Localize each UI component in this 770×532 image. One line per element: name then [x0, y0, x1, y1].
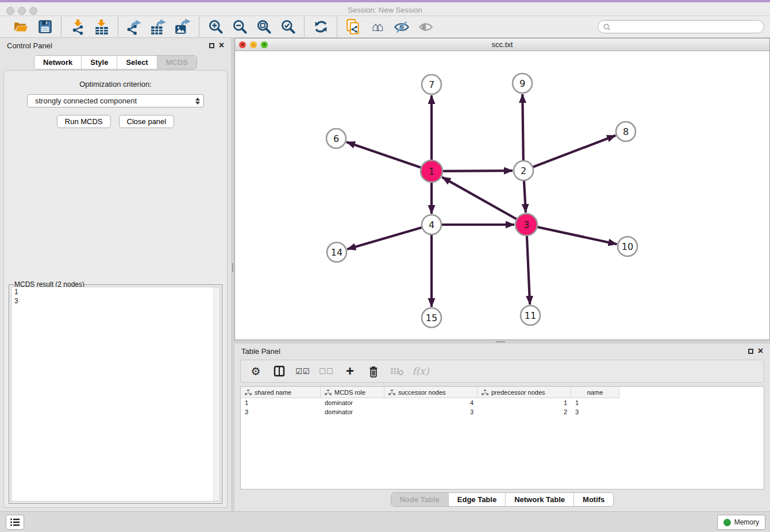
tab-edge-table[interactable]: Edge Table: [449, 493, 506, 506]
tab-mcds[interactable]: MCDS: [157, 56, 197, 69]
cell-name[interactable]: 3: [571, 408, 619, 415]
tab-style[interactable]: Style: [82, 56, 117, 69]
search-input[interactable]: [611, 23, 759, 31]
network-window-title: scc.txt: [492, 40, 513, 49]
graph-node-label: 9: [519, 78, 525, 89]
import-network-icon[interactable]: [68, 18, 87, 36]
memory-button[interactable]: Memory: [717, 515, 765, 530]
net-close-icon[interactable]: ✕: [239, 41, 246, 48]
table-row[interactable]: 1 dominator 4 1 1: [241, 398, 764, 407]
graph-node-label: 10: [622, 241, 633, 252]
table-toolbar: ⚙ ☑☑ ☐☐ + f(x): [240, 360, 764, 383]
close-panel-icon[interactable]: ×: [219, 43, 224, 48]
table-row[interactable]: 3 dominator 3 2 3: [241, 407, 764, 417]
table-header: shared name MCDS role successor nodes pr…: [241, 387, 764, 398]
graph-edge-1-6[interactable]: [346, 142, 432, 171]
add-column-icon[interactable]: +: [343, 364, 357, 378]
table-panel-title: Table Panel: [241, 347, 280, 356]
network-canvas[interactable]: 7968124314101511: [235, 51, 769, 340]
zoom-selected-icon[interactable]: [279, 18, 297, 36]
trash-icon[interactable]: [367, 364, 380, 378]
zoom-in-icon[interactable]: [206, 18, 225, 36]
close-table-panel-icon[interactable]: ×: [758, 348, 763, 354]
tab-network[interactable]: Network: [34, 56, 82, 69]
cell-name[interactable]: 1: [571, 399, 619, 406]
control-panel-tabs: Network Style Select MCDS: [34, 55, 197, 70]
net-zoom-icon[interactable]: +: [261, 41, 268, 48]
graph-node-label: 6: [333, 133, 339, 144]
graph-edge-3-10[interactable]: [526, 225, 617, 244]
hide-eye-icon[interactable]: [392, 18, 411, 36]
cell-shared-name[interactable]: 1: [241, 399, 321, 406]
task-history-button[interactable]: [6, 515, 24, 530]
split-view-icon[interactable]: [272, 364, 286, 378]
search-box[interactable]: [598, 20, 764, 33]
graph-node-label: 7: [429, 79, 434, 90]
cell-mcds-role[interactable]: dominator: [321, 408, 384, 415]
tab-select[interactable]: Select: [117, 56, 157, 69]
float-table-panel-icon[interactable]: [748, 349, 753, 354]
graph-node-label: 11: [525, 310, 536, 321]
import-table-icon[interactable]: [93, 18, 111, 36]
app-title: Session: New Session: [0, 6, 770, 14]
zoom-out-icon[interactable]: [230, 18, 249, 36]
optimization-criterion-label: Optimization criterion:: [4, 80, 227, 88]
show-eye-icon[interactable]: [417, 18, 435, 36]
column-header-predecessor-nodes[interactable]: predecessor nodes: [478, 387, 571, 398]
graph-edge-4-14[interactable]: [347, 225, 432, 249]
network-window-titlebar[interactable]: ✕ – + scc.txt: [235, 38, 769, 51]
column-header-successor-nodes[interactable]: successor nodes: [384, 387, 478, 398]
export-image-icon[interactable]: [174, 18, 192, 36]
float-panel-icon[interactable]: [209, 43, 214, 48]
tab-motifs[interactable]: Motifs: [574, 493, 613, 506]
open-session-icon[interactable]: [11, 18, 30, 36]
cell-predecessor-nodes[interactable]: 2: [478, 408, 571, 415]
memory-status-icon: [723, 519, 731, 526]
graph-node-label: 2: [521, 165, 526, 176]
graph-edge-3-1[interactable]: [442, 177, 526, 225]
save-session-icon[interactable]: [36, 18, 54, 36]
graph-edge-1-2[interactable]: [432, 171, 513, 171]
deselect-all-checkboxes-icon[interactable]: ☐☐: [319, 364, 333, 378]
tab-network-table[interactable]: Network Table: [506, 493, 574, 506]
cell-successor-nodes[interactable]: 4: [384, 399, 478, 406]
column-header-name[interactable]: name: [571, 387, 619, 398]
network-graph[interactable]: 7968124314101511: [235, 51, 769, 340]
tab-node-table[interactable]: Node Table: [391, 493, 449, 506]
column-header-mcds-role[interactable]: MCDS role: [321, 387, 384, 398]
run-mcds-button[interactable]: Run MCDS: [57, 115, 111, 128]
network-window: ✕ – + scc.txt 7968124314101511: [234, 38, 770, 340]
hierarchy-icon: [482, 390, 488, 395]
cell-successor-nodes[interactable]: 3: [384, 408, 478, 415]
result-scrollbar[interactable]: [213, 287, 220, 501]
graph-node-label: 1: [429, 166, 434, 177]
export-table-icon[interactable]: [149, 18, 168, 36]
hierarchy-icon: [388, 390, 395, 395]
app-titlebar: Session: New Session: [0, 0, 770, 16]
first-neighbors-home-icon[interactable]: ⌂⌂: [368, 18, 387, 36]
mcds-result-list[interactable]: 1 3: [11, 287, 220, 502]
cell-shared-name[interactable]: 3: [241, 408, 321, 415]
control-panel: Control Panel × Network Style Select MCD…: [0, 38, 231, 511]
settings-gear-icon[interactable]: ⚙: [249, 364, 263, 378]
column-header-shared-name[interactable]: shared name: [241, 387, 321, 398]
graph-edge-2-8[interactable]: [523, 136, 615, 171]
export-network-icon[interactable]: [125, 18, 144, 36]
graph-edge-3-11[interactable]: [526, 225, 530, 304]
refresh-layout-icon[interactable]: [311, 18, 330, 36]
net-minimize-icon[interactable]: –: [250, 41, 257, 48]
criterion-dropdown[interactable]: strongly connected component: [27, 94, 204, 107]
hierarchy-icon: [325, 390, 332, 395]
close-panel-button[interactable]: Close panel: [119, 115, 175, 128]
graph-node-label: 8: [623, 126, 629, 137]
cell-predecessor-nodes[interactable]: 1: [478, 399, 571, 406]
zoom-fit-icon[interactable]: [255, 18, 273, 36]
select-all-checkboxes-icon[interactable]: ☑☑: [296, 364, 310, 378]
graph-edge-2-9[interactable]: [522, 94, 523, 171]
result-value: 1: [11, 287, 220, 296]
status-bar: Memory: [0, 511, 770, 532]
clone-network-icon[interactable]: [344, 18, 363, 36]
graph-node-label: 4: [429, 219, 434, 230]
chevron-updown-icon: [195, 98, 200, 105]
cell-mcds-role[interactable]: dominator: [321, 399, 384, 406]
